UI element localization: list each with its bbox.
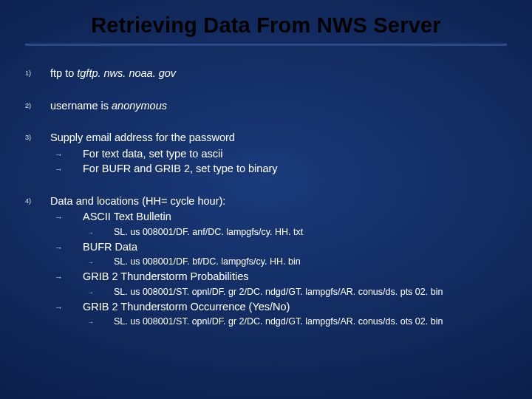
list-item: → SL. us 008001/ST. opnl/DF. gr 2/DC. nd… — [50, 286, 507, 299]
arrow-icon: → — [87, 316, 114, 327]
sub-text: For BUFR and GRIB 2, set type to binary — [83, 162, 507, 177]
path-group: → SL. us 008001/ST. opnl/DF. gr 2/DC. nd… — [50, 316, 507, 328]
arrow-icon: → — [87, 226, 114, 237]
arrow-icon: → — [87, 256, 114, 267]
step-2: 2) username is anonymous — [25, 99, 507, 114]
arrow-icon: → — [55, 270, 83, 283]
step-3-sublist: → For text data, set type to ascii → For… — [50, 147, 507, 177]
arrow-icon: → — [55, 210, 83, 223]
step-number: 2) — [25, 99, 50, 109]
arrow-icon: → — [55, 240, 83, 253]
path-group: → SL. us 008001/DF. bf/DC. lampgfs/cy. H… — [50, 256, 507, 268]
arrow-icon: → — [55, 162, 83, 175]
file-path: SL. us 008001/ST. opnl/DF. gr 2/DC. ndgd… — [114, 316, 507, 328]
arrow-icon: → — [55, 147, 83, 160]
list-item: → GRIB 2 Thunderstorm Occurrence (Yes/No… — [50, 300, 507, 315]
path-group: → SL. us 008001/DF. anf/DC. lampgfs/cy. … — [50, 226, 507, 239]
step-4: 4) Data and locations (HH= cycle hour): … — [25, 194, 507, 330]
file-path: SL. us 008001/DF. bf/DC. lampgfs/cy. HH.… — [114, 256, 507, 268]
list-item: → ASCII Text Bulletin — [50, 210, 507, 225]
arrow-icon: → — [55, 300, 83, 313]
text: ftp to — [50, 67, 77, 79]
step-number: 4) — [25, 194, 50, 205]
step-list: 1) ftp to tgftp. nws. noaa. gov 2) usern… — [25, 66, 507, 330]
list-item: → SL. us 008001/DF. bf/DC. lampgfs/cy. H… — [50, 256, 507, 268]
arrow-icon: → — [87, 286, 114, 297]
step-text: ftp to tgftp. nws. noaa. gov — [50, 67, 176, 79]
list-item: → For text data, set type to ascii — [50, 147, 507, 162]
path-group: → SL. us 008001/ST. opnl/DF. gr 2/DC. nd… — [50, 286, 507, 299]
file-path: SL. us 008001/ST. opnl/DF. gr 2/DC. ndgd… — [114, 286, 507, 299]
title-underline — [25, 44, 507, 46]
slide-title: Retrieving Data From NWS Server — [25, 13, 507, 38]
data-locations-list: → ASCII Text Bulletin → SL. us 008001/DF… — [50, 210, 507, 328]
step-text: Supply email address for the password — [50, 131, 507, 146]
data-category: BUFR Data — [83, 240, 507, 255]
username-value: anonymous — [112, 100, 167, 112]
hostname: tgftp. nws. noaa. gov — [77, 67, 176, 79]
step-text: username is anonymous — [50, 100, 167, 112]
step-text: Data and locations (HH= cycle hour): — [50, 194, 507, 209]
step-1: 1) ftp to tgftp. nws. noaa. gov — [25, 66, 507, 81]
step-3: 3) Supply email address for the password… — [25, 131, 507, 177]
data-category: ASCII Text Bulletin — [83, 210, 507, 225]
list-item: → For BUFR and GRIB 2, set type to binar… — [50, 162, 507, 177]
text: username is — [50, 100, 112, 112]
list-item: → BUFR Data — [50, 240, 507, 255]
file-path: SL. us 008001/DF. anf/DC. lampgfs/cy. HH… — [114, 226, 507, 239]
step-number: 3) — [25, 131, 50, 141]
sub-text: For text data, set type to ascii — [83, 147, 507, 162]
data-category: GRIB 2 Thunderstorm Probabilities — [83, 270, 507, 284]
list-item: → SL. us 008001/ST. opnl/DF. gr 2/DC. nd… — [50, 316, 507, 328]
step-number: 1) — [25, 66, 50, 77]
data-category: GRIB 2 Thunderstorm Occurrence (Yes/No) — [83, 300, 507, 315]
list-item: → GRIB 2 Thunderstorm Probabilities — [50, 270, 507, 284]
list-item: → SL. us 008001/DF. anf/DC. lampgfs/cy. … — [50, 226, 507, 239]
